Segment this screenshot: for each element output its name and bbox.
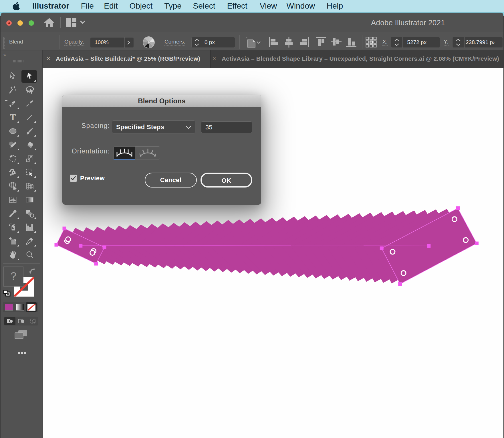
svg-text:T: T	[10, 113, 16, 122]
